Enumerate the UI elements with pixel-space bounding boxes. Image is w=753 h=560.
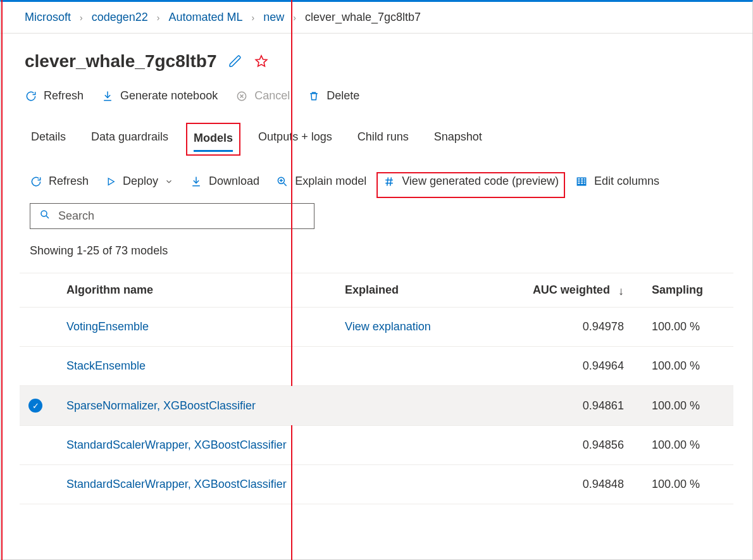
tab-snapshot[interactable]: Snapshot — [434, 125, 482, 153]
sampling-value: 100.00 % — [633, 308, 733, 347]
explanation-cell — [336, 426, 494, 465]
edit-columns-button[interactable]: Edit columns — [575, 175, 659, 188]
tab-details[interactable]: Details — [31, 125, 66, 153]
edit-icon[interactable] — [228, 54, 242, 68]
refresh-label: Refresh — [44, 89, 84, 103]
hash-icon — [383, 175, 395, 188]
explanation-cell — [336, 386, 494, 426]
sort-desc-icon: ↓ — [618, 285, 624, 298]
sampling-value: 100.00 % — [633, 465, 733, 504]
search-box[interactable] — [30, 203, 314, 229]
delete-label: Delete — [327, 89, 359, 103]
explain-label: Explain model — [295, 175, 366, 188]
search-icon — [39, 209, 51, 223]
table-row[interactable]: ✓ SparseNormalizer, XGBoostClassifier 0.… — [20, 386, 733, 426]
models-refresh-label: Refresh — [49, 175, 89, 188]
magnify-plus-icon — [276, 175, 289, 188]
view-code-label: View generated code (preview) — [402, 175, 559, 188]
favorite-icon[interactable] — [254, 54, 269, 69]
breadcrumb: Microsoft › codegen22 › Automated ML › n… — [1, 2, 752, 34]
breadcrumb-item[interactable]: Automated ML — [168, 11, 242, 24]
explanation-link[interactable]: View explanation — [336, 308, 494, 347]
col-auc[interactable]: AUC weighted ↓ — [494, 273, 633, 308]
algorithm-link[interactable]: VotingEnsemble — [58, 308, 336, 347]
explanation-cell — [336, 347, 494, 386]
auc-value: 0.94978 — [494, 308, 633, 347]
generate-notebook-button[interactable]: Generate notebook — [101, 89, 218, 103]
models-table: Algorithm name Explained AUC weighted ↓ … — [20, 273, 733, 504]
refresh-icon — [30, 175, 42, 188]
tab-outputs[interactable]: Outputs + logs — [258, 125, 332, 153]
table-row[interactable]: StandardScalerWrapper, XGBoostClassifier… — [20, 465, 733, 504]
breadcrumb-item[interactable]: codegen22 — [92, 11, 148, 24]
view-generated-code-button[interactable]: View generated code (preview) — [383, 175, 559, 188]
tab-child-runs[interactable]: Child runs — [358, 125, 409, 153]
download-label: Download — [209, 175, 259, 188]
delete-button[interactable]: Delete — [308, 89, 359, 103]
col-auc-label: AUC weighted — [533, 283, 610, 296]
cancel-icon — [235, 90, 248, 103]
page-title: clever_whale_7gc8ltb7 — [25, 51, 217, 72]
table-row[interactable]: StandardScalerWrapper, XGBoostClassifier… — [20, 426, 733, 465]
col-explained[interactable]: Explained — [336, 273, 494, 308]
sampling-value: 100.00 % — [633, 426, 733, 465]
col-select — [20, 273, 58, 308]
chevron-right-icon: › — [157, 13, 160, 23]
table-row[interactable]: StackEnsemble 0.94964 100.00 % — [20, 347, 733, 386]
auc-value: 0.94964 — [494, 347, 633, 386]
algorithm-link[interactable]: SparseNormalizer, XGBoostClassifier — [58, 386, 336, 426]
tab-guardrails[interactable]: Data guardrails — [91, 125, 168, 153]
auc-value: 0.94856 — [494, 426, 633, 465]
explanation-cell — [336, 465, 494, 504]
columns-icon — [575, 175, 588, 188]
play-icon — [105, 176, 116, 187]
explain-model-button[interactable]: Explain model — [276, 175, 366, 188]
result-count: Showing 1-25 of 73 models — [30, 244, 728, 258]
col-algorithm[interactable]: Algorithm name — [58, 273, 336, 308]
chevron-right-icon: › — [252, 13, 255, 23]
selected-check-icon[interactable]: ✓ — [28, 399, 42, 413]
cancel-button: Cancel — [235, 89, 290, 103]
sampling-value: 100.00 % — [633, 347, 733, 386]
cancel-label: Cancel — [254, 89, 290, 103]
sampling-value: 100.00 % — [633, 386, 733, 426]
algorithm-link[interactable]: StackEnsemble — [58, 347, 336, 386]
svg-point-3 — [41, 211, 47, 216]
trash-icon — [308, 90, 320, 103]
chevron-down-icon — [165, 177, 173, 186]
auc-value: 0.94861 — [494, 386, 633, 426]
col-sampling[interactable]: Sampling — [633, 273, 733, 308]
search-input[interactable] — [57, 209, 305, 223]
edit-columns-label: Edit columns — [594, 175, 659, 188]
breadcrumb-item[interactable]: new — [263, 11, 284, 24]
download-button[interactable]: Download — [190, 175, 259, 188]
algorithm-link[interactable]: StandardScalerWrapper, XGBoostClassifier — [58, 426, 336, 465]
models-refresh-button[interactable]: Refresh — [30, 175, 89, 188]
download-icon — [101, 90, 114, 103]
deploy-label: Deploy — [123, 175, 158, 188]
breadcrumb-current: clever_whale_7gc8ltb7 — [305, 11, 421, 24]
tab-models[interactable]: Models — [194, 127, 233, 152]
refresh-button[interactable]: Refresh — [25, 89, 84, 103]
chevron-right-icon: › — [293, 13, 296, 23]
generate-notebook-label: Generate notebook — [120, 89, 218, 103]
download-icon — [190, 175, 202, 188]
breadcrumb-item[interactable]: Microsoft — [25, 11, 71, 24]
deploy-button[interactable]: Deploy — [105, 175, 173, 188]
chevron-right-icon: › — [80, 13, 83, 23]
table-row[interactable]: VotingEnsemble View explanation 0.94978 … — [20, 308, 733, 347]
algorithm-link[interactable]: StandardScalerWrapper, XGBoostClassifier — [58, 465, 336, 504]
refresh-icon — [25, 90, 37, 103]
auc-value: 0.94848 — [494, 465, 633, 504]
